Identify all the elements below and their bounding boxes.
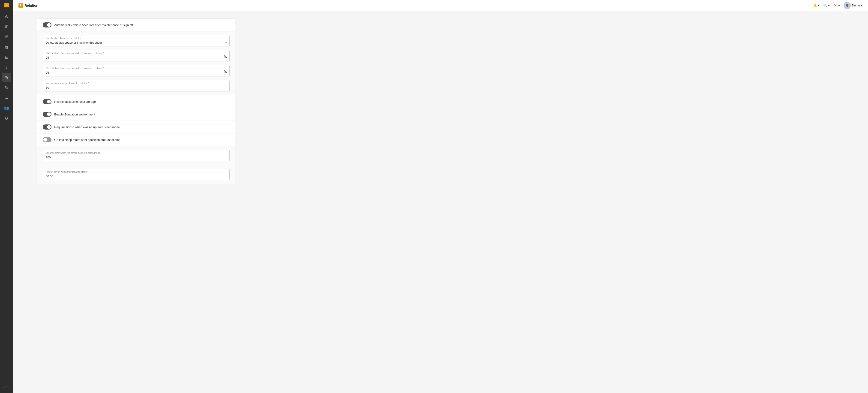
main-content: Automatically delete Accounts after main… — [26, 11, 868, 393]
user-chevron: ▾ — [861, 4, 863, 7]
percent-icon-above: % — [224, 70, 227, 74]
sidebar-item-overview[interactable]: ⊙ — [2, 12, 11, 21]
help-button[interactable]: ❓ ▾ — [833, 4, 840, 7]
logo-icon: R — [4, 3, 9, 7]
restrict-storage-toggle-row: Restrict access to local storage — [37, 95, 235, 108]
diskspace-above-input[interactable] — [43, 65, 229, 77]
percent-icon-below: % — [224, 55, 227, 59]
sidebar-item-apps[interactable]: ⊞ — [2, 22, 11, 31]
education-label: Enable Education environment — [54, 113, 95, 116]
specify-when-select[interactable]: Delete at disk space or inactivity thres… — [43, 35, 229, 47]
restrict-storage-toggle[interactable] — [43, 99, 52, 104]
search-chevron: ▾ — [828, 4, 830, 7]
restrict-storage-track[interactable] — [43, 99, 52, 104]
sidebar-item-edit[interactable]: ✎ — [2, 73, 11, 82]
restrict-storage-thumb — [47, 100, 51, 103]
user-label: Demo — [852, 4, 860, 7]
topbar-brand-name: Relution — [25, 3, 38, 7]
sleep-seconds-section: Seconds after which the device goes into… — [37, 146, 235, 165]
education-track[interactable] — [43, 112, 52, 117]
sign-in-sleep-toggle[interactable] — [43, 124, 52, 129]
sign-in-sleep-toggle-row: Require sign in when waking up from slee… — [37, 121, 235, 133]
diskspace-below-input[interactable] — [43, 50, 229, 61]
bell-chevron: ▾ — [818, 4, 819, 7]
diskspace-above-field: Stop deletion of accounts when free disk… — [43, 65, 229, 77]
nested-specify-section: Specify when Accounts are deleted Delete… — [37, 31, 235, 95]
education-toggle-row: Enable Education environment — [37, 108, 235, 121]
avatar: 👤 — [843, 2, 851, 9]
sidebar-item-cloud[interactable]: ☁ — [2, 93, 11, 102]
user-menu[interactable]: 👤 Demo ▾ — [843, 2, 863, 9]
sleep-mode-label: Go into sleep mode after specified amoun… — [54, 138, 121, 142]
sign-in-sleep-track[interactable] — [43, 124, 52, 129]
sidebar-item-users[interactable]: 👥 — [2, 103, 11, 113]
app-version: 5.17.0-... — [2, 384, 11, 390]
sign-in-sleep-label: Require sign in when waking up from slee… — [54, 125, 120, 129]
restrict-storage-label: Restrict access to local storage — [54, 100, 96, 103]
bell-icon: 🔔 — [813, 4, 817, 7]
sidebar-logo: R — [4, 3, 9, 7]
maintenance-time-section: Time of day at which Maintenance starts … — [37, 165, 235, 184]
diskspace-below-field: Start deletion of accounts when free dis… — [43, 50, 229, 61]
sidebar: R ⊙ ⊞ 🖥 ▦ ⊟ ↕ ✎ ↻ ☁ 👥 ⚙ 5.17.0-... — [0, 0, 13, 393]
topbar-right: 🔔 ▾ 🔍 ▾ ❓ ▾ 👤 Demo ▾ — [813, 2, 863, 9]
sleep-mode-toggle[interactable] — [43, 137, 52, 142]
specify-when-field: Specify when Accounts are deleted Delete… — [43, 35, 229, 47]
search-icon: 🔍 — [823, 4, 827, 7]
sleep-seconds-inner: Seconds after which the device goes into… — [43, 146, 229, 165]
inactive-days-field: Inactive days after the Account is delet… — [43, 80, 229, 91]
maintenance-time-input[interactable] — [43, 169, 229, 180]
sleep-mode-track[interactable] — [43, 137, 52, 142]
topbar-logo-icon: R — [19, 3, 23, 8]
education-toggle[interactable] — [43, 112, 52, 117]
education-thumb — [47, 113, 51, 116]
sidebar-item-dashboard[interactable]: ▦ — [2, 42, 11, 52]
sidebar-item-settings[interactable]: ⚙ — [2, 114, 11, 123]
auto-delete-toggle-row: Automatically delete Accounts after main… — [37, 19, 235, 31]
settings-card: Automatically delete Accounts after main… — [37, 19, 236, 184]
search-button[interactable]: 🔍 ▾ — [823, 4, 830, 7]
inactive-days-input[interactable] — [43, 80, 229, 91]
sign-in-sleep-thumb — [47, 125, 51, 129]
sidebar-item-packages[interactable]: ⊟ — [2, 53, 11, 62]
topbar: R Relution 🔔 ▾ 🔍 ▾ ❓ ▾ 👤 Demo ▾ — [13, 0, 868, 11]
sleep-mode-toggle-row: Go into sleep mode after specified amoun… — [37, 133, 235, 146]
nested-inner: Specify when Accounts are deleted Delete… — [43, 31, 229, 95]
help-icon: ❓ — [833, 4, 837, 7]
toggle-track[interactable] — [43, 22, 52, 28]
help-chevron: ▾ — [838, 4, 840, 7]
sidebar-item-devices[interactable]: 🖥 — [2, 32, 11, 41]
sleep-seconds-field: Seconds after which the device goes into… — [43, 150, 229, 161]
sleep-seconds-input[interactable] — [43, 150, 229, 161]
auto-delete-label: Automatically delete Accounts after main… — [54, 23, 133, 27]
sleep-mode-thumb — [43, 138, 47, 142]
topbar-brand: R Relution — [19, 3, 38, 8]
auto-delete-toggle[interactable] — [43, 22, 52, 28]
sidebar-item-refresh[interactable]: ↻ — [2, 83, 11, 92]
toggle-thumb — [47, 23, 51, 27]
notification-button[interactable]: 🔔 ▾ — [813, 4, 819, 7]
sidebar-item-transfer[interactable]: ↕ — [2, 63, 11, 72]
maintenance-time-inner: Time of day at which Maintenance starts … — [43, 165, 229, 184]
maintenance-time-field: Time of day at which Maintenance starts … — [43, 169, 229, 180]
